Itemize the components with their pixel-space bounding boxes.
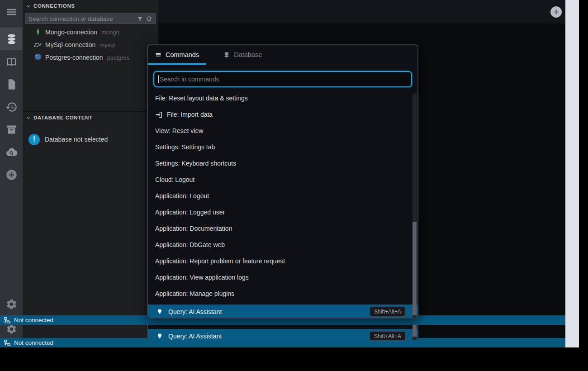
tab-bar (158, 0, 565, 24)
command-palette-fragment: Query: AI Assistant Shift+Alt+A (147, 325, 418, 341)
lightbulb-icon (156, 333, 163, 339)
command-label: File: Reset layout data & settings (155, 95, 248, 102)
command-label: Application: Report problem or feature r… (155, 257, 285, 265)
command-palette-tabs: Commands Database (148, 45, 417, 64)
tab-database[interactable]: Database (216, 45, 269, 64)
connection-name: Mongo-connection (45, 29, 97, 36)
connection-engine: mongo (101, 29, 119, 36)
command-item[interactable]: Cloud: Logout (148, 171, 417, 188)
command-item[interactable]: Application: Report problem or feature r… (148, 253, 417, 269)
history-button[interactable] (0, 95, 23, 118)
connections-section-header[interactable]: CONNECTIONS (23, 2, 158, 10)
command-item[interactable]: Settings: Keyboard shortcuts (148, 155, 417, 171)
connection-engine: postgres (107, 54, 130, 61)
book-icon (5, 56, 18, 68)
connection-item[interactable]: Postgres-connectionpostgres (23, 51, 158, 64)
command-item[interactable]: Query: AI Assistant Shift+Alt+A (148, 329, 417, 343)
command-item[interactable]: Settings: Settings tab (148, 139, 417, 155)
modal-scrollbar[interactable] (413, 94, 417, 318)
connection-item[interactable]: MySql-connectionmysql (23, 38, 158, 51)
shortcut-badge: Shift+Alt+A (370, 307, 406, 316)
plus-icon (552, 8, 560, 16)
mysql-icon (33, 40, 43, 49)
chevron-down-icon (26, 115, 31, 120)
lightbulb-icon (156, 309, 163, 315)
plus-circle-icon (5, 169, 18, 181)
postgres-icon (33, 53, 43, 62)
browser-scrollbar[interactable] (565, 0, 579, 347)
command-label: Application: View application logs (155, 274, 249, 281)
command-search (153, 71, 412, 87)
command-item[interactable]: View: Reset view (148, 123, 417, 139)
tab-database-label: Database (234, 51, 262, 58)
gear-icon (6, 325, 17, 335)
command-item[interactable]: Application: Manage plugins (148, 285, 417, 302)
connection-name: MySql-connection (45, 41, 95, 48)
modal-scrollbar-thumb (413, 325, 417, 337)
command-item[interactable]: Application: DbGate web (148, 237, 417, 253)
connection-item[interactable]: Mongo-connectionmongo (23, 26, 158, 38)
files-button[interactable] (0, 73, 23, 95)
render-artifact-band: Not connected Query: AI Assistant Shift+… (0, 325, 565, 347)
left-panel-fragment (23, 325, 158, 338)
command-item[interactable]: Application: Logged user (148, 204, 417, 220)
connection-search (25, 13, 156, 24)
file-icon (5, 78, 18, 90)
command-label: Application: Documentation (155, 225, 232, 232)
import-icon (155, 111, 163, 119)
command-item[interactable]: File: Reset layout data & settings (148, 90, 417, 106)
tab-commands[interactable]: Commands (148, 45, 206, 64)
command-item[interactable]: Query: AI AssistantShift+Alt+A (148, 304, 417, 319)
activity-bar-fragment (0, 325, 23, 338)
disconnected-icon (4, 317, 11, 324)
command-label: Application: DbGate web (155, 241, 225, 248)
command-item[interactable]: File: Import data (148, 106, 417, 123)
archive-button[interactable] (0, 118, 23, 141)
connections-section-title: CONNECTIONS (33, 3, 75, 9)
tab-commands-label: Commands (166, 51, 199, 58)
command-label: Application: Manage plugins (155, 290, 234, 297)
cloud-search-icon (5, 146, 18, 158)
status-text: Not connected (14, 317, 53, 323)
connection-search-input[interactable] (25, 14, 156, 24)
command-label: View: Reset view (155, 127, 203, 134)
connections-tool-button[interactable] (0, 28, 23, 50)
left-panel: CONNECTIONS Mongo-connectionmongoMySql-c… (23, 0, 158, 325)
disconnected-icon (4, 339, 11, 347)
menu-button[interactable] (0, 0, 23, 23)
screen: CONNECTIONS Mongo-connectionmongoMySql-c… (0, 0, 588, 371)
command-search-input[interactable] (153, 71, 412, 87)
menu-icon (155, 52, 161, 58)
archive-icon (5, 124, 18, 136)
database-content-section-header[interactable]: DATABASE CONTENT (23, 114, 158, 122)
command-label: Settings: Settings tab (155, 143, 215, 151)
modal-scrollbar-thumb[interactable] (413, 222, 417, 315)
refresh-icon[interactable] (146, 15, 152, 22)
activity-bar (0, 0, 23, 325)
mongo-icon (33, 28, 43, 37)
command-label: Cloud: Logout (155, 176, 194, 183)
text-caret (158, 75, 159, 83)
hamburger-icon (5, 6, 18, 18)
gear-icon (5, 298, 18, 310)
command-item[interactable]: Application: View application logs (148, 269, 417, 285)
command-label: Application: Logout (155, 192, 209, 200)
settings-button[interactable] (0, 293, 23, 315)
command-item[interactable]: Application: Documentation (148, 220, 417, 237)
command-item[interactable]: Application: Logout (148, 188, 417, 204)
database-icon (5, 33, 18, 45)
status-text: Not connected (14, 339, 53, 346)
database-not-selected-message: Database not selected (45, 136, 108, 143)
database-not-selected-row: ! Database not selected (23, 132, 158, 147)
new-tab-button[interactable] (550, 6, 562, 18)
connections-list: Mongo-connectionmongoMySql-connectionmys… (23, 26, 158, 64)
add-connection-button[interactable] (0, 163, 23, 186)
command-label: Query: AI Assistant (168, 308, 222, 315)
command-list: File: Reset layout data & settingsFile: … (148, 90, 417, 319)
favorites-button[interactable] (0, 50, 23, 73)
cloud-button[interactable] (0, 141, 23, 163)
panel-divider (23, 111, 158, 112)
filter-icon[interactable] (137, 15, 143, 22)
database-content-section-title: DATABASE CONTENT (33, 115, 93, 120)
history-icon (5, 101, 18, 113)
